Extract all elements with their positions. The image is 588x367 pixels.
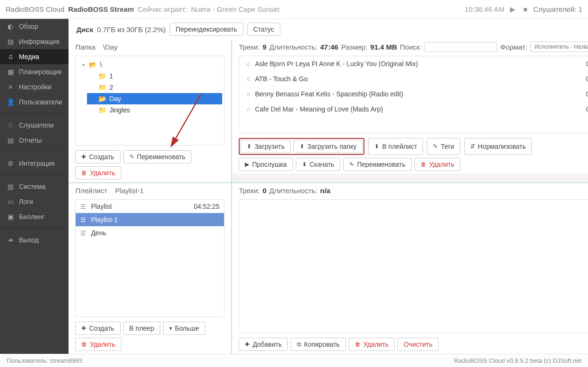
- listen-button[interactable]: ▶Прослушка: [239, 158, 293, 171]
- folder-tree[interactable]: ▾📂\ 📁1📁2📂Day📁Jingles: [75, 56, 225, 145]
- play-icon[interactable]: ▶: [508, 5, 518, 14]
- listeners-count: Слушателей: 1: [533, 5, 582, 13]
- upload-icon: ⬆: [247, 143, 251, 150]
- footer-version: RadioBOSS Cloud v0.9.5.2 beta (c) DJSoft…: [454, 357, 581, 364]
- playlists-list[interactable]: ☰Playlist04:52:25☰Playlist-1☰День: [75, 199, 225, 317]
- playlist-icon: ☰: [80, 230, 86, 237]
- tree-item[interactable]: 📁2: [87, 82, 222, 93]
- upload-button-group: ⬆Загрузить ⬆Загрузить папку: [239, 138, 364, 155]
- playlist-more-button[interactable]: ▾Больше: [163, 322, 205, 335]
- playlist-row[interactable]: ☰Playlist-1: [76, 213, 224, 226]
- sidebar-item-system[interactable]: ▥Система: [0, 179, 69, 194]
- tree-item[interactable]: 📁Jingles: [87, 104, 222, 116]
- tree-item[interactable]: 📁1: [87, 70, 222, 82]
- sidebar-item-users[interactable]: 👤Пользователи: [0, 94, 69, 110]
- horizontal-scrollbar[interactable]: ▶: [232, 174, 588, 182]
- status-button[interactable]: Статус: [247, 23, 280, 36]
- sidebar-item-reports[interactable]: ▤Отчеты: [0, 133, 69, 148]
- music-note-icon: ♫: [246, 60, 250, 67]
- trash-icon: 🗑: [421, 161, 426, 168]
- download-button[interactable]: ⬇Скачать: [296, 158, 341, 171]
- playlist-create-button[interactable]: ✚Создать: [75, 322, 120, 335]
- pl-clear-button[interactable]: Очистить: [398, 338, 439, 351]
- now-playing-value: Nuera - Green Cape Sunset: [191, 5, 279, 13]
- normalize-icon: ⇵: [470, 143, 475, 150]
- sidebar: ◐Обзор▤Информация♫Медиа▦Планировщик≡Наст…: [0, 19, 69, 354]
- folder-icon: 📁: [98, 106, 106, 114]
- sidebar-item-overview[interactable]: ◐Обзор: [0, 19, 69, 34]
- sidebar-item-label: Система: [19, 183, 45, 190]
- pencil-icon: ✎: [130, 154, 134, 160]
- footer-user: Пользователь: stream8993: [7, 357, 82, 364]
- playlist-to-player-button[interactable]: В плеер: [123, 322, 160, 335]
- normalize-button[interactable]: ⇵Нормализовать: [464, 138, 532, 155]
- sidebar-item-label: Интеграция: [19, 160, 55, 167]
- sidebar-item-label: Биллинг: [19, 213, 44, 221]
- playlist-icon: ☰: [80, 216, 86, 223]
- tracks-header: Треки: 9 Длительность: 47:46 Размер: 91.…: [232, 40, 588, 54]
- track-rename-button[interactable]: ✎Переименовать: [343, 158, 412, 171]
- caret-down-icon: ▾: [169, 325, 172, 332]
- folder-rename-button[interactable]: ✎Переименовать: [123, 150, 192, 163]
- sidebar-item-logout[interactable]: ➜Выход: [0, 232, 69, 248]
- track-row[interactable]: ♫Benny Benassi Feat Kelis - Spaceship (R…: [239, 86, 588, 102]
- playlist-row[interactable]: ☰День: [76, 226, 224, 239]
- scheduler-icon: ▦: [7, 68, 14, 76]
- sidebar-item-label: Слушатели: [19, 121, 54, 129]
- sidebar-item-settings[interactable]: ≡Настройки: [0, 79, 69, 94]
- play-icon: ▶: [245, 161, 249, 168]
- reports-icon: ▤: [7, 137, 14, 144]
- tree-item[interactable]: 📂Day: [87, 93, 222, 104]
- track-row[interactable]: ♫Asle Bjorn Pr Leya Ft Anne K - Lucky Yo…: [239, 56, 588, 71]
- download-icon: ⬇: [302, 161, 307, 168]
- integration-icon: ⚙: [7, 160, 14, 167]
- plus-icon: ✚: [81, 325, 86, 332]
- playlist-row[interactable]: ☰Playlist04:52:25: [76, 200, 224, 213]
- sidebar-item-integration[interactable]: ⚙Интеграция: [0, 156, 69, 171]
- playlist-icon: ☰: [80, 203, 86, 210]
- playlist-delete-button[interactable]: 🗑Удалить: [75, 338, 121, 351]
- music-note-icon: ♫: [246, 91, 250, 97]
- reindex-button[interactable]: Переиндексировать: [170, 23, 243, 36]
- pl-delete-button[interactable]: 🗑Удалить: [349, 338, 395, 351]
- track-row[interactable]: ♫ATB - Touch & Go05:56: [239, 71, 588, 86]
- info-icon: ▤: [7, 38, 14, 45]
- users-icon: 👤: [7, 98, 14, 106]
- stop-icon[interactable]: ■: [521, 5, 529, 13]
- folder-delete-button[interactable]: 🗑Удалить: [75, 166, 121, 179]
- sidebar-item-media[interactable]: ♫Медиа: [0, 49, 69, 64]
- to-playlist-button[interactable]: ⬇В плейлист: [368, 138, 423, 155]
- folder-icon: 📁: [98, 84, 106, 91]
- upload-folder-button[interactable]: ⬆Загрузить папку: [294, 140, 363, 153]
- tree-root[interactable]: ▾📂\: [78, 59, 222, 70]
- track-search-input[interactable]: [424, 42, 498, 52]
- sidebar-item-listeners[interactable]: ⎍Слушатели: [0, 118, 69, 133]
- trash-icon: 🗑: [81, 341, 87, 348]
- sidebar-item-scheduler[interactable]: ▦Планировщик: [0, 64, 69, 79]
- sidebar-item-billing[interactable]: ▣Биллинг: [0, 209, 69, 224]
- track-delete-button[interactable]: 🗑Удалить: [415, 158, 460, 171]
- playlist-tracks-list[interactable]: [239, 199, 588, 333]
- plus-icon: ✚: [245, 341, 250, 348]
- sidebar-item-label: Информация: [19, 38, 60, 45]
- upload-icon: ⬆: [300, 143, 304, 150]
- pencil-icon: ✎: [349, 161, 354, 168]
- folder-create-button[interactable]: ✚Создать: [75, 150, 120, 163]
- pl-copy-button[interactable]: ⧉Копировать: [291, 338, 346, 351]
- tracks-list[interactable]: ♫Asle Bjorn Pr Leya Ft Anne K - Lucky Yo…: [239, 56, 588, 133]
- sidebar-item-info[interactable]: ▤Информация: [0, 34, 69, 49]
- pl-add-button[interactable]: ✚Добавить: [239, 338, 288, 351]
- track-row[interactable]: ♫Cafe Del Mar - Meaning of Love (Mads Ar…: [239, 102, 588, 117]
- track-format-select[interactable]: Исполнитель - Название: [530, 42, 588, 52]
- upload-button[interactable]: ⬆Загрузить: [241, 140, 291, 153]
- folder-icon: 📁: [98, 72, 106, 80]
- trash-icon: 🗑: [81, 170, 87, 176]
- folder-open-icon: 📂: [89, 61, 97, 68]
- trash-icon: 🗑: [355, 341, 361, 348]
- sidebar-item-label: Выход: [19, 236, 39, 244]
- folder-breadcrumb: Папка \Day: [69, 40, 231, 54]
- tags-button[interactable]: ✎Теги: [427, 138, 460, 155]
- sidebar-item-label: Логи: [19, 198, 33, 205]
- disk-usage: 0.7ГБ из 30ГБ (2.2%): [97, 26, 165, 34]
- sidebar-item-logs[interactable]: ▭Логи: [0, 194, 69, 209]
